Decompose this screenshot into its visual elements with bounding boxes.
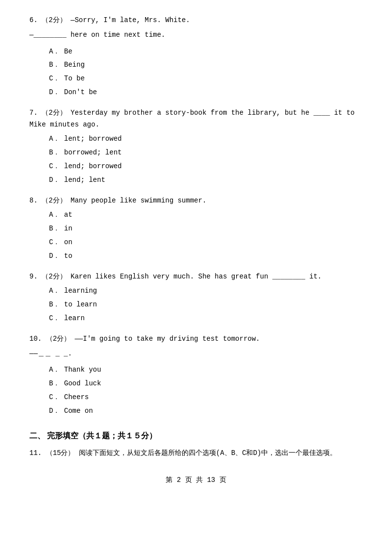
page-footer: 第 2 页 共 13 页 <box>29 474 363 486</box>
q7-option-d: D． lend; lent <box>49 175 363 186</box>
q6-option-b: B． Being <box>49 59 363 71</box>
q7-title: 7. （2分） Yesterday my brother a story-boo… <box>29 107 363 131</box>
q10-points: （2分） <box>46 335 71 343</box>
q6-option-d: D． Don't be <box>49 87 363 99</box>
q6-points: （2分） <box>42 16 66 24</box>
q6-text1: —Sorry, I'm late, Mrs. White. <box>71 16 190 24</box>
q9-number: 9. <box>29 273 38 280</box>
q11-points: （15分） <box>46 449 75 457</box>
q10-number: 10. <box>29 335 42 343</box>
q6-option-c: C． To be <box>49 73 363 85</box>
q7-option-c: C． lend; borrowed <box>49 161 363 173</box>
q7-number: 7. <box>29 109 38 117</box>
q10-text1: ——I'm going to take my driving test tomo… <box>74 335 260 343</box>
q10-option-d: D． Come on <box>49 405 363 417</box>
q10-text2: ——＿＿ _ _. <box>29 348 363 360</box>
section2-title: 二、 完形填空（共１题；共１５分） <box>29 429 363 443</box>
question-9: 9. （2分） Karen likes English very much. S… <box>29 271 363 325</box>
q6-number: 6. <box>29 16 38 24</box>
q8-text1: Many people like swimming summer. <box>71 197 206 204</box>
q6-title: 6. （2分） —Sorry, I'm late, Mrs. White. <box>29 15 363 26</box>
q9-points: （2分） <box>42 273 66 280</box>
q10-option-a: A． Thank you <box>49 364 363 376</box>
q8-option-d: D． to <box>49 251 363 262</box>
q6-option-a: A． Be <box>49 46 363 58</box>
q11-text: 阅读下面短文，从短文后各题所给的四个选项(A、B、C和D)中，选出一个最佳选项。 <box>79 449 337 457</box>
q9-option-a: A． learning <box>49 285 363 297</box>
q8-option-a: A． at <box>49 209 363 221</box>
q9-option-b: B． to learn <box>49 299 363 311</box>
q10-option-b: B． Good luck <box>49 378 363 390</box>
question-6: 6. （2分） —Sorry, I'm late, Mrs. White. —_… <box>29 15 363 99</box>
q9-option-c: C． learn <box>49 313 363 325</box>
q6-text2: —________ here on time next time. <box>29 29 363 41</box>
q10-option-c: C． Cheers <box>49 392 363 404</box>
question-10: 10. （2分） ——I'm going to take my driving … <box>29 333 363 417</box>
q11-number: 11. <box>29 449 42 457</box>
question-7: 7. （2分） Yesterday my brother a story-boo… <box>29 107 363 186</box>
q9-title: 9. （2分） Karen likes English very much. S… <box>29 271 363 283</box>
q10-title: 10. （2分） ——I'm going to take my driving … <box>29 333 363 345</box>
question-8: 8. （2分） Many people like swimming summer… <box>29 195 363 262</box>
q7-points: （2分） <box>42 109 66 117</box>
q8-option-c: C． on <box>49 237 363 249</box>
footer-text: 第 2 页 共 13 页 <box>166 476 226 484</box>
q11-block: 11. （15分） 阅读下面短文，从短文后各题所给的四个选项(A、B、C和D)中… <box>29 448 363 459</box>
q8-option-b: B． in <box>49 223 363 235</box>
q7-option-a: A． lent; borrowed <box>49 133 363 145</box>
q8-points: （2分） <box>42 197 66 204</box>
q9-text1: Karen likes English very much. She has g… <box>71 273 321 280</box>
q7-option-b: B． borrowed; lent <box>49 147 363 159</box>
q8-number: 8. <box>29 197 38 204</box>
q7-text1: Yesterday my brother a story-book from t… <box>29 109 355 128</box>
q8-title: 8. （2分） Many people like swimming summer… <box>29 195 363 207</box>
